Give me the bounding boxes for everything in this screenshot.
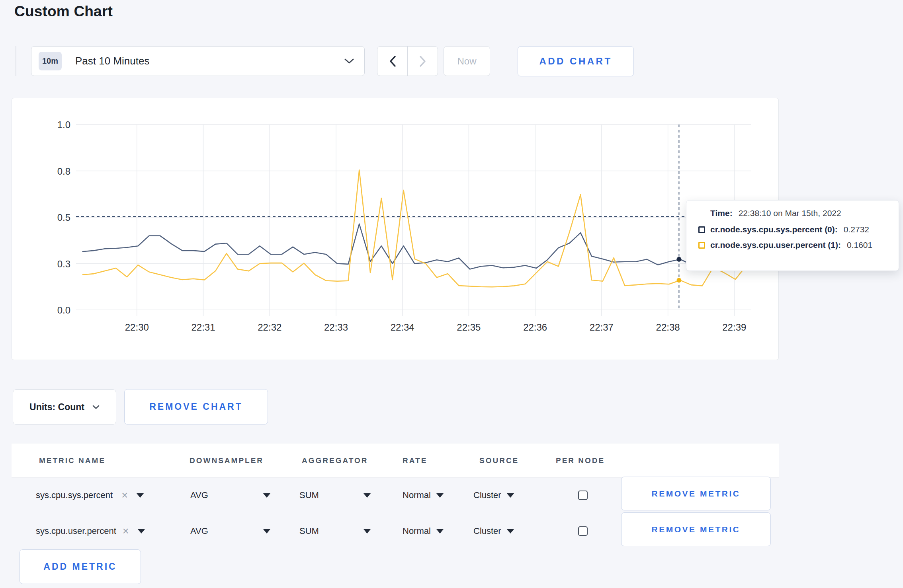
metric-name-select[interactable]: sys.cpu.user.percent ×	[36, 513, 145, 549]
toolbar-divider	[16, 46, 16, 76]
downsampler-caret-icon[interactable]	[263, 477, 270, 513]
downsampler-select[interactable]: AVG	[190, 513, 208, 549]
col-downsampler: DOWNSAMPLER	[190, 444, 264, 478]
metrics-table-header: METRIC NAME DOWNSAMPLER AGGREGATOR RATE …	[12, 444, 779, 478]
rate-select[interactable]: Normal	[403, 513, 444, 549]
clear-metric-icon[interactable]: ×	[121, 490, 128, 501]
clear-metric-icon[interactable]: ×	[123, 526, 129, 537]
svg-text:22:33: 22:33	[324, 322, 348, 333]
units-label: Units: Count	[29, 402, 84, 413]
svg-text:22:30: 22:30	[125, 322, 149, 333]
chart-hover-tooltip: Time: 22:38:10 on Mar 15th, 2022 cr.node…	[686, 200, 899, 271]
time-range-label: Past 10 Minutes	[75, 55, 149, 67]
col-source: SOURCE	[479, 444, 519, 478]
tooltip-time-label: Time:	[710, 208, 733, 218]
next-time-button[interactable]	[407, 47, 438, 76]
time-pager	[377, 46, 438, 76]
svg-text:22:31: 22:31	[191, 322, 215, 333]
col-per-node: PER NODE	[556, 444, 605, 478]
svg-text:0.5: 0.5	[57, 212, 70, 223]
prev-time-button[interactable]	[377, 47, 407, 76]
source-select[interactable]: Cluster	[473, 477, 514, 513]
svg-text:22:37: 22:37	[590, 322, 614, 333]
source-select[interactable]: Cluster	[473, 513, 514, 549]
metric-name-select[interactable]: sys.cpu.sys.percent ×	[36, 477, 144, 513]
units-dropdown[interactable]: Units: Count	[13, 389, 116, 424]
downsampler-caret-icon[interactable]	[263, 513, 270, 549]
per-node-checkbox[interactable]	[578, 526, 588, 536]
tooltip-series-sys-label: cr.node.sys.cpu.sys.percent (0):	[710, 225, 838, 234]
series-user-swatch-icon	[698, 242, 705, 249]
per-node-cell	[578, 477, 588, 513]
aggregator-caret-icon[interactable]	[364, 513, 371, 549]
chevron-right-icon	[420, 56, 426, 67]
now-button[interactable]: Now	[444, 46, 490, 76]
chevron-down-icon	[344, 58, 354, 64]
add-metric-button[interactable]: ADD METRIC	[20, 549, 141, 584]
aggregator-select[interactable]: SUM	[299, 477, 319, 513]
per-node-checkbox[interactable]	[578, 491, 588, 500]
svg-text:22:34: 22:34	[391, 322, 414, 333]
col-rate: RATE	[403, 444, 427, 478]
downsampler-select[interactable]: AVG	[190, 477, 208, 513]
chart-card: 0.00.30.50.81.022:3022:3122:3222:3322:34…	[12, 98, 779, 360]
dropdown-caret-icon	[138, 529, 145, 533]
aggregator-select[interactable]: SUM	[299, 513, 319, 549]
dropdown-caret-icon	[137, 493, 144, 498]
svg-text:22:36: 22:36	[523, 322, 547, 333]
tooltip-series-sys-value: 0.2732	[844, 225, 869, 234]
tooltip-time-value: 22:38:10 on Mar 15th, 2022	[739, 208, 841, 218]
svg-text:22:35: 22:35	[457, 322, 481, 333]
remove-chart-button[interactable]: REMOVE CHART	[124, 389, 268, 424]
svg-text:22:38: 22:38	[656, 322, 680, 333]
svg-text:1.0: 1.0	[57, 119, 70, 130]
timeseries-chart[interactable]: 0.00.30.50.81.022:3022:3122:3222:3322:34…	[12, 98, 779, 360]
rate-select[interactable]: Normal	[403, 477, 444, 513]
add-chart-button[interactable]: ADD CHART	[518, 46, 634, 76]
remove-metric-button[interactable]: REMOVE METRIC	[621, 512, 771, 546]
col-metric-name: METRIC NAME	[39, 444, 106, 478]
page-title: Custom Chart	[14, 3, 113, 20]
col-aggregator: AGGREGATOR	[302, 444, 368, 478]
time-range-selector[interactable]: 10m Past 10 Minutes	[31, 46, 365, 76]
time-range-badge: 10m	[39, 52, 62, 70]
svg-text:22:32: 22:32	[258, 322, 281, 333]
aggregator-caret-icon[interactable]	[364, 477, 371, 513]
remove-metric-button[interactable]: REMOVE METRIC	[621, 477, 771, 510]
tooltip-series-user-label: cr.node.sys.cpu.user.percent (1):	[710, 240, 841, 250]
tooltip-series-user-value: 0.1601	[847, 240, 872, 250]
series-sys-swatch-icon	[698, 226, 705, 233]
per-node-cell	[578, 513, 588, 549]
svg-text:0.0: 0.0	[57, 305, 70, 315]
svg-text:22:39: 22:39	[722, 322, 746, 333]
chevron-left-icon	[389, 56, 396, 67]
svg-text:0.8: 0.8	[57, 166, 70, 177]
svg-text:0.3: 0.3	[57, 259, 70, 269]
metric-row-user: sys.cpu.user.percent × AVG SUM Normal Cl…	[12, 513, 779, 549]
chevron-down-icon	[92, 405, 100, 409]
metric-row-sys: sys.cpu.sys.percent × AVG SUM Normal Clu…	[12, 477, 779, 513]
